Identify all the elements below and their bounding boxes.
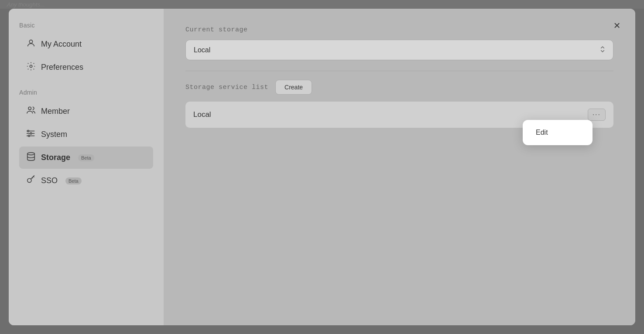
modal-overlay: Basic My Account [0, 0, 644, 334]
divider [185, 71, 613, 71]
sliders-icon [26, 129, 36, 140]
sidebar-basic-label: Basic [19, 22, 153, 29]
content-area: × Current storage Local Storage service … [164, 9, 635, 325]
modal: Basic My Account [9, 9, 635, 325]
storage-service-list-label: Storage service list [185, 84, 268, 91]
storage-item-name: Local [193, 110, 211, 119]
dropdown-edit-item[interactable]: Edit [525, 123, 590, 143]
storage-list-header: Storage service list Create [185, 80, 613, 95]
sidebar-member-label: Member [41, 107, 70, 116]
storage-list-container: Local ··· Edit [185, 102, 613, 128]
storage-badge: Beta [78, 154, 94, 161]
cylinder-icon [26, 152, 36, 164]
people-icon [26, 106, 36, 117]
svg-point-7 [27, 178, 31, 182]
sidebar-item-sso[interactable]: SSO Beta [19, 170, 153, 192]
dropdown-popup: Edit [523, 120, 593, 145]
svg-point-1 [30, 65, 32, 68]
svg-point-3 [27, 130, 29, 132]
sidebar-sso-label: SSO [41, 176, 58, 185]
close-button[interactable]: × [609, 17, 625, 33]
sidebar-item-system[interactable]: System [19, 123, 153, 146]
svg-point-4 [30, 133, 32, 134]
sidebar-item-my-account[interactable]: My Account [19, 33, 153, 55]
more-options-button[interactable]: ··· [588, 109, 606, 121]
svg-point-0 [29, 40, 32, 43]
sidebar-item-storage[interactable]: Storage Beta [19, 147, 153, 169]
sidebar-system-label: System [41, 130, 67, 139]
sidebar-basic-section: Basic My Account [19, 22, 153, 78]
sidebar-preferences-label: Preferences [41, 63, 83, 72]
gear-icon [26, 61, 36, 73]
sidebar-item-preferences[interactable]: Preferences [19, 56, 153, 78]
storage-select[interactable]: Local [185, 40, 613, 60]
sidebar-admin-label: Admin [19, 89, 153, 96]
current-storage-label: Current storage [185, 26, 613, 34]
sidebar-item-member[interactable]: Member [19, 100, 153, 123]
person-icon [26, 38, 36, 50]
sidebar-my-account-label: My Account [41, 40, 82, 49]
storage-select-wrapper: Local [185, 40, 613, 60]
create-button[interactable]: Create [275, 80, 312, 95]
sidebar-admin-section: Admin Member [19, 89, 153, 192]
sso-badge: Beta [65, 177, 82, 184]
svg-point-2 [28, 107, 31, 109]
svg-point-5 [28, 135, 30, 137]
svg-point-6 [27, 153, 35, 155]
sidebar-storage-label: Storage [41, 153, 70, 162]
key-icon [26, 175, 36, 187]
sidebar: Basic My Account [9, 9, 164, 325]
